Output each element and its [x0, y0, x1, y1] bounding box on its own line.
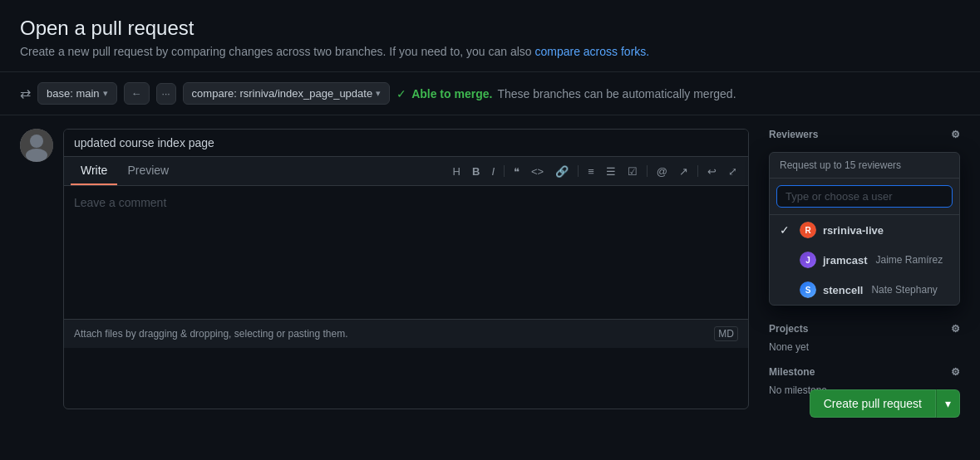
toolbar-mention-button[interactable]: @ [653, 162, 672, 181]
reviewer-check-icon: ✓ [780, 223, 793, 237]
pr-editor: Write Preview H B I ❝ <> 🔗 ≡ ☰ ☑ @ ↗ [63, 129, 749, 409]
submit-row: Create pull request ▾ [0, 389, 980, 431]
reviewer-item-rsriniva[interactable]: ✓ R rsriniva-live [770, 215, 959, 245]
merge-status: ✓ Able to merge. These branches can be a… [396, 87, 736, 100]
reviewer-username-rsriniva: rsriniva-live [823, 224, 884, 237]
branch-icon: ⇄ [20, 86, 31, 101]
reviewer-username-stencell: stencell [823, 284, 863, 296]
reviewer-avatar-rsriniva: R [800, 222, 816, 238]
reviewers-gear-icon[interactable]: ⚙ [951, 129, 960, 140]
editor-placeholder: Leave a comment [74, 196, 166, 209]
markdown-icon: MD [714, 326, 738, 341]
milestone-label: Milestone ⚙ [769, 366, 960, 378]
more-options-button[interactable]: ··· [156, 83, 176, 105]
projects-section: Projects ⚙ None yet [769, 323, 960, 353]
attach-text: Attach files by dragging & dropping, sel… [74, 328, 348, 340]
toolbar-ref-button[interactable]: ↗ [675, 162, 692, 181]
tab-preview[interactable]: Preview [117, 157, 179, 185]
toolbar-ordered-list-button[interactable]: ☰ [602, 162, 620, 181]
projects-gear-icon[interactable]: ⚙ [951, 323, 960, 335]
reviewer-search [770, 179, 959, 215]
toolbar-sep-1 [504, 165, 505, 177]
milestone-gear-icon[interactable]: ⚙ [951, 366, 960, 378]
reviewer-check-empty-jramcast: ✓ [780, 253, 793, 267]
toolbar-heading-button[interactable]: H [449, 162, 465, 181]
editor-tabs: Write Preview H B I ❝ <> 🔗 ≡ ☰ ☑ @ ↗ [64, 157, 748, 186]
reviewer-dropdown-header: Request up to 15 reviewers [770, 153, 959, 179]
toolbar-sep-2 [578, 165, 579, 177]
editor-toolbar: H B I ❝ <> 🔗 ≡ ☰ ☑ @ ↗ ↩ ⤢ [449, 162, 741, 181]
page-title: Open a pull request [20, 17, 960, 40]
toolbar-bold-button[interactable]: B [468, 162, 484, 181]
swap-branch-button[interactable]: ← [124, 82, 150, 105]
user-avatar [20, 129, 53, 162]
reviewer-avatar-jramcast: J [800, 252, 816, 268]
reviewer-search-input[interactable] [776, 185, 953, 208]
projects-label: Projects ⚙ [769, 323, 960, 335]
tab-write[interactable]: Write [71, 157, 117, 185]
page-header: Open a pull request Create a new pull re… [0, 0, 980, 72]
toolbar-italic-button[interactable]: I [487, 162, 499, 181]
merge-check-icon: ✓ [396, 87, 406, 100]
compare-branch-select[interactable]: compare: rsriniva/index_page_update ▾ [183, 82, 391, 105]
projects-value: None yet [769, 341, 960, 353]
editor-body[interactable]: Leave a comment [64, 186, 748, 319]
toolbar-link-button[interactable]: 🔗 [551, 162, 573, 181]
reviewer-item-jramcast[interactable]: ✓ J jramcast Jaime Ramírez [770, 245, 959, 275]
toolbar-sep-3 [647, 165, 648, 177]
svg-point-1 [30, 135, 43, 148]
main-content: Write Preview H B I ❝ <> 🔗 ≡ ☰ ☑ @ ↗ [0, 115, 980, 423]
reviewer-item-stencell[interactable]: ✓ S stencell Nate Stephany [770, 275, 959, 305]
base-branch-select[interactable]: base: main ▾ [37, 82, 117, 105]
toolbar-task-list-button[interactable]: ☑ [623, 162, 642, 181]
reviewers-section: Reviewers ⚙ Request up to 15 reviewers ✓… [769, 129, 960, 140]
toolbar-code-button[interactable]: <> [527, 162, 548, 181]
toolbar-undo-button[interactable]: ↩ [703, 162, 721, 181]
pr-title-input[interactable] [64, 130, 748, 157]
svg-point-2 [26, 149, 47, 162]
compare-forks-link[interactable]: compare across forks. [534, 45, 649, 58]
reviewer-dropdown: Request up to 15 reviewers ✓ R rsriniva-… [769, 152, 960, 306]
toolbar-sep-4 [697, 165, 698, 177]
reviewers-label: Reviewers ⚙ [769, 129, 960, 140]
editor-footer: Attach files by dragging & dropping, sel… [64, 319, 748, 348]
toolbar-expand-button[interactable]: ⤢ [724, 162, 741, 181]
reviewer-fullname-stencell: Nate Stephany [871, 284, 937, 296]
reviewer-fullname-jramcast: Jaime Ramírez [875, 254, 943, 266]
pr-sidebar: Reviewers ⚙ Request up to 15 reviewers ✓… [769, 129, 960, 409]
pr-form: Write Preview H B I ❝ <> 🔗 ≡ ☰ ☑ @ ↗ [20, 129, 749, 409]
create-pr-dropdown-button[interactable]: ▾ [936, 389, 960, 418]
reviewer-username-jramcast: jramcast [823, 254, 867, 267]
toolbar-unordered-list-button[interactable]: ≡ [584, 162, 598, 181]
reviewer-avatar-stencell: S [800, 281, 816, 298]
branch-bar: ⇄ base: main ▾ ← ··· compare: rsriniva/i… [0, 72, 980, 115]
create-pr-button[interactable]: Create pull request [810, 389, 936, 418]
reviewer-check-empty-stencell: ✓ [780, 283, 793, 296]
page-subtitle: Create a new pull request by comparing c… [20, 45, 960, 58]
toolbar-quote-button[interactable]: ❝ [510, 162, 524, 181]
